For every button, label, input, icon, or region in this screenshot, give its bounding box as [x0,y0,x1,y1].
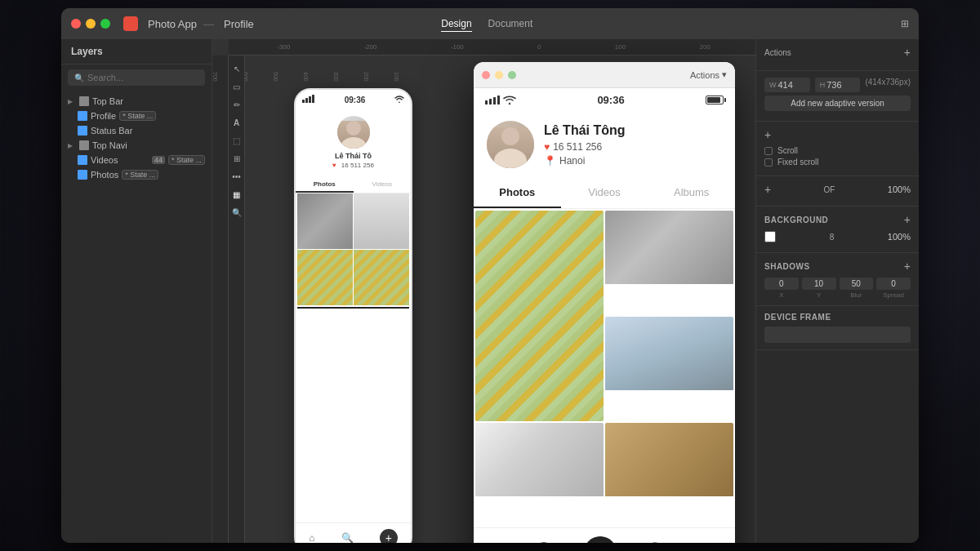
arrow-icon: ▶ [68,142,76,149]
modal-stats-value: 16 511 256 [553,141,602,153]
app-profile[interactable]: Profile [224,18,254,30]
small-phone-signal [302,95,315,104]
layer-item-profile[interactable]: Profile * State ... [61,109,212,123]
nav-add-button[interactable]: + [584,536,617,544]
maximize-button[interactable] [100,19,110,29]
nav-profile[interactable] [694,541,712,543]
tool-pen[interactable]: ✏ [230,98,243,111]
small-tab-videos[interactable]: Videos [354,177,412,193]
shadow-inputs: 0 10 50 0 [764,278,911,290]
search-input[interactable] [87,73,198,82]
nav-bell[interactable] [646,541,664,543]
app-icon [123,16,138,31]
minimize-button[interactable] [86,19,96,29]
layer-item-topbar[interactable]: ▶ Top Bar [61,94,212,109]
modal-tab-albums[interactable]: Albums [648,178,735,208]
layer-label: Top Bar [92,96,123,106]
tool-search[interactable]: 🔍 [230,206,243,219]
state-badge: * State ... [119,111,156,121]
shadow-y[interactable]: 10 [802,278,836,290]
small-grid-photo-1 [297,193,353,249]
height-value: 736 [826,80,841,90]
bg-color-swatch[interactable] [764,231,776,242]
shadow-spread[interactable]: 0 [876,278,911,290]
tool-pointer[interactable]: ↖ [230,62,243,75]
fixed-scroll-checkbox[interactable] [764,158,773,167]
nav-home-icon[interactable]: ⌂ [309,532,314,544]
svg-rect-2 [309,96,311,103]
bg-title: BACKGROUND [764,216,828,224]
tool-image[interactable]: ⬚ [230,134,243,147]
layer-item-photos[interactable]: Photos * State ... [61,167,212,182]
close-button[interactable] [71,19,81,29]
nav-add-button[interactable]: + [380,529,398,544]
right-panel: Actions + W 414 H 736 (414x736px) [755,39,919,543]
modal-body: 09:36 [474,88,735,543]
bell-icon [646,541,664,543]
avatar-head [501,127,519,145]
nav-search-icon[interactable]: 🔍 [341,532,354,544]
battery-icon [706,96,724,104]
opacity-label: OF [824,185,835,194]
heart-icon: ♥ [332,162,336,169]
v-ruler-mark: 300 [333,72,339,82]
tool-text[interactable]: A [230,116,243,129]
bg-opacity-row: 8 100% [764,231,911,242]
small-tab-photos[interactable]: Photos [296,177,354,193]
tool-rect[interactable]: ▭ [230,80,243,93]
photo-cell-tall [475,211,604,421]
photo-tan[interactable] [605,423,733,496]
dimensions-header: Actions + [764,46,911,59]
shadow-x[interactable]: 0 [764,278,799,290]
add-shadow-button[interactable]: + [904,260,911,273]
shadow-x-label: X [764,291,799,299]
ruler-mark: 100 [615,43,626,51]
tab-document[interactable]: Document [488,16,533,32]
nav-search[interactable] [537,541,555,543]
modal-tab-photos[interactable]: Photos [474,178,561,208]
add-action-button[interactable]: + [904,46,911,59]
layer-item-statusbar[interactable]: Status Bar [61,123,212,138]
ruler-mark: -300 [277,43,290,51]
photo-paper[interactable] [475,423,604,496]
modal-profile-info: Lê Thái Tông ♥ 16 511 256 📍 Hanoi [544,123,722,167]
photo-diagonal[interactable] [475,211,604,421]
small-grid-photo-4 [354,250,409,305]
stats-value: 16 511 256 [341,162,374,169]
height-field[interactable]: H 736 [815,78,861,92]
photo-grey-building[interactable] [605,211,733,284]
window-controls[interactable]: ⊞ [901,18,909,29]
v-ruler-mark: 400 [303,72,309,82]
photo-cell-sky [605,317,733,421]
small-grid-photo-2 [354,193,409,249]
layer-item-topnavi[interactable]: ▶ Top Navi [61,138,212,153]
adaptive-version-button[interactable]: Add new adaptive version [764,96,911,111]
modal-tab-videos[interactable]: Videos [561,178,648,208]
width-field[interactable]: W 414 [764,78,810,92]
add-scroll-button[interactable]: + [764,128,771,141]
search-box[interactable]: 🔍 [68,69,205,86]
search-icon [537,541,555,543]
tool-more[interactable]: ••• [230,170,243,183]
bg-header: BACKGROUND + [764,213,911,226]
actions-button[interactable]: Actions ▾ [690,69,727,80]
tab-design[interactable]: Design [441,16,471,32]
add-bg-button[interactable]: + [904,213,911,226]
shadow-blur[interactable]: 50 [840,278,874,290]
svg-rect-0 [302,100,305,103]
scroll-checkbox[interactable] [764,147,773,155]
add-opacity-button[interactable]: + [764,183,771,196]
v-ruler-mark: 200 [363,72,369,82]
layer-item-videos[interactable]: Videos 44 * State ... [61,153,212,167]
scroll-label: Scroll [777,146,798,155]
canvas-area: -300 -200 -100 0 100 200 100 200 300 400… [212,39,755,543]
state-badge: * State ... [168,155,205,165]
photo-sky[interactable] [605,317,733,390]
tool-component[interactable]: ⊞ [230,152,243,165]
tool-grid[interactable]: ▦ [230,188,243,201]
device-frame-title: DEVICE FRAME [764,313,831,322]
small-phone-stats: ♥ 16 511 256 [302,162,404,169]
small-grid-photo-3 [297,250,353,305]
photo-cell-tan [605,423,733,526]
modal-stats: ♥ 16 511 256 [544,141,722,153]
